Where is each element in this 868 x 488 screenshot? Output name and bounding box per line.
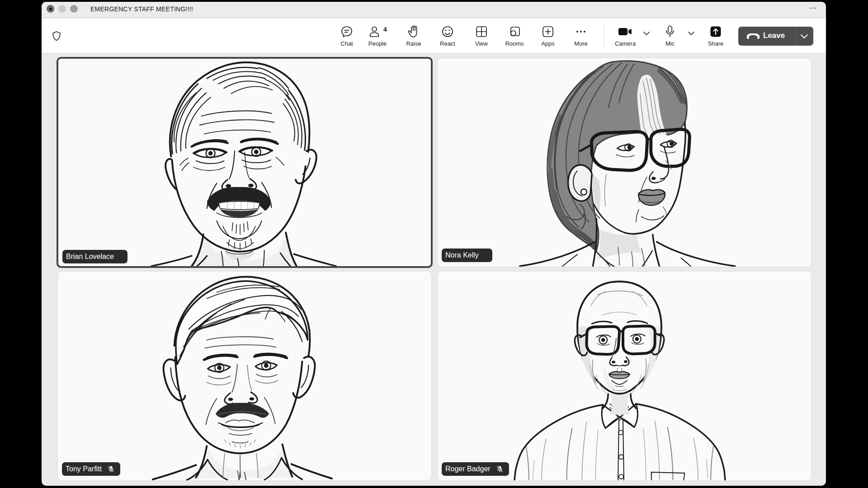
svg-text:4: 4 bbox=[383, 26, 387, 33]
